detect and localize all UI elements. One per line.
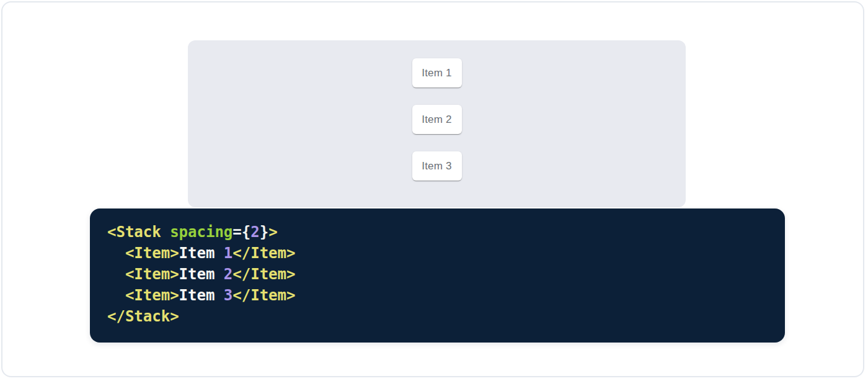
code-token-plain [161, 223, 170, 241]
stack-item-label: Item 2 [422, 114, 451, 126]
stack-item-card: Item 2 [412, 105, 462, 134]
code-token-punct: ={ [232, 223, 250, 241]
code-token-tag: <Item> [125, 266, 179, 283]
code-token-tag: </Item> [232, 244, 295, 262]
code-token-plain: Item [179, 244, 224, 262]
code-token-plain: Item [179, 266, 224, 283]
code-token-num: 3 [224, 287, 232, 304]
code-token-plain [107, 244, 125, 262]
code-token-num: 1 [224, 244, 232, 262]
code-line: </Stack> [107, 306, 768, 327]
code-token-plain [107, 266, 125, 283]
code-token-num: 2 [250, 223, 259, 241]
code-token-plain: Item [179, 287, 224, 304]
code-token-tag: <Item> [125, 244, 179, 262]
code-token-tag: <Item> [125, 287, 179, 304]
code-line: <Item>Item 1</Item> [107, 243, 768, 264]
code-token-tag: </Stack> [107, 308, 179, 325]
code-token-tag: <Stack [107, 223, 161, 241]
code-content: <Stack spacing={2}> <Item>Item 1</Item> … [107, 222, 768, 327]
stack-item-card: Item 3 [412, 151, 462, 181]
code-line: <Stack spacing={2}> [107, 222, 768, 243]
code-token-tag: </Item> [232, 266, 295, 283]
stack-item-label: Item 1 [422, 67, 451, 79]
code-token-plain [107, 287, 125, 304]
code-token-tag: </Item> [232, 287, 295, 304]
code-token-attr: spacing [170, 223, 232, 241]
stack-item-label: Item 3 [422, 160, 451, 173]
code-token-punct: } [260, 223, 268, 241]
stack-demo-panel: Item 1 Item 2 Item 3 [188, 40, 686, 207]
app-card: Item 1 Item 2 Item 3 <Stack spacing={2}>… [1, 1, 864, 377]
code-token-num: 2 [224, 266, 232, 283]
stack-item-card: Item 1 [412, 58, 462, 87]
code-token-tag: > [268, 223, 277, 241]
code-line: <Item>Item 2</Item> [107, 264, 768, 285]
code-block: <Stack spacing={2}> <Item>Item 1</Item> … [90, 208, 785, 343]
code-line: <Item>Item 3</Item> [107, 285, 768, 306]
